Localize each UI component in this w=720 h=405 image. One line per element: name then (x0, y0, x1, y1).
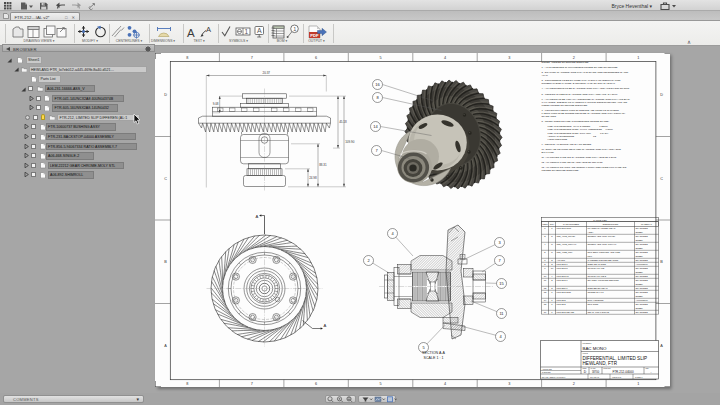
svg-text:7: 7 (250, 56, 252, 60)
svg-text:SCREW, ISO 4762, M10X40: SCREW, ISO 4762, M10X40 (587, 243, 616, 246)
svg-text:STAINLESS: STAINLESS (635, 311, 648, 313)
svg-text:MODEL UNLESS OTHERWISE SPECIFI: MODEL UNLESS OTHERWISE SPECIFIED. (541, 103, 588, 105)
svg-text:9. REMOVE ALL BURRS AND SHARP: 9. REMOVE ALL BURRS AND SHARP EDGES. (541, 142, 592, 144)
svg-text:7: 7 (544, 259, 546, 261)
svg-text:A: A (187, 26, 195, 38)
svg-text:6: 6 (315, 381, 317, 385)
svg-text:LINEAR DIMENSIONS OVER 60.960: LINEAR DIMENSIONS OVER 60.960 UNDERSIZE … (547, 128, 612, 130)
svg-text:HEWLAND, FTR: HEWLAND, FTR (582, 361, 617, 366)
svg-text:1: 1 (551, 303, 553, 305)
svg-text:A: A (660, 343, 663, 347)
svg-text:8: 8 (551, 243, 553, 245)
svg-text:STEEL: STEEL (635, 231, 643, 233)
svg-text:10. SURFACE TEXTURE INDICATED: 10. SURFACE TEXTURE INDICATED IN ACCORDA… (541, 147, 621, 149)
svg-text:A: A (206, 24, 211, 33)
svg-text:58700: 58700 (591, 369, 599, 373)
svg-text:LINEAR DIMENSIONS OVER 5090.4: LINEAR DIMENSIONS OVER 5090.4800 1 RADII (547, 131, 608, 133)
svg-text:3: 3 (508, 381, 510, 385)
svg-text:15: 15 (499, 280, 504, 285)
svg-text:SCALE 1:2: SCALE 1:2 (590, 375, 599, 377)
svg-text:16: 16 (375, 81, 380, 86)
svg-text:FTR-212-10: FTR-212-10 (556, 275, 569, 277)
svg-text:CROSS SHAFT: CROSS SHAFT (587, 291, 604, 293)
svg-text:7. FOLLOWING LUBRICATION OF E: 7. FOLLOWING LUBRICATION OF ENSURE AND P… (541, 108, 619, 110)
svg-text:STEEL: STEEL (635, 247, 643, 249)
svg-text:9.08: 9.08 (212, 102, 218, 106)
svg-text:LINEAR DIMENSIONS: 60.96 & UN: LINEAR DIMENSIONS: 60.96 & UNDER 0.25mm (547, 125, 607, 127)
svg-text:ALUMINUM: ALUMINUM (635, 299, 647, 301)
svg-text:PART NUMBER: PART NUMBER (562, 223, 579, 225)
svg-text:4: 4 (544, 243, 546, 245)
svg-text:4: 4 (443, 381, 445, 385)
svg-text:NOTES: UNLESS OTHERWISE SPECI: NOTES: UNLESS OTHERWISE SPECIFIED. (541, 60, 589, 62)
svg-text:8. TOLERANCES ON LINEAR DIMEN: 8. TOLERANCES ON LINEAR DIMENSIONS UNLES… (541, 120, 609, 122)
svg-text:1: 1 (637, 56, 639, 60)
svg-text:9: 9 (544, 267, 546, 269)
svg-text:TAPERED ROLLER BEARING: TAPERED ROLLER BEARING (587, 259, 618, 261)
svg-text:A: A (164, 343, 167, 347)
svg-text:ISO_4762_M10X40: ISO_4762_M10X40 (556, 243, 577, 246)
svg-text:STANDARDS.: STANDARDS. (541, 115, 556, 117)
svg-text:2: 2 (572, 56, 574, 60)
svg-text:1: 1 (551, 311, 553, 313)
svg-text:1: 1 (551, 299, 553, 301)
svg-text:5. WELDING SYMBOLS IN ACCORDA: 5. WELDING SYMBOLS IN ACCORDANCE WITH AN… (541, 92, 618, 94)
svg-text:UNLESS OTHERWISE SPECIFIED.: UNLESS OTHERWISE SPECIFIED. (541, 169, 579, 171)
svg-text:FTR-212: FTR-212 (556, 303, 566, 305)
svg-text:MATERIAL: MATERIAL (640, 223, 652, 225)
svg-text:SPACER, FRICTION SETTING: SPACER, FRICTION SETTING (587, 279, 619, 282)
svg-text:ASSY: ASSY (587, 231, 594, 233)
svg-text:STAINLESS: STAINLESS (635, 267, 648, 269)
svg-text:ITEM: ITEM (542, 223, 548, 225)
svg-text:C: C (164, 176, 167, 180)
svg-text:APPROVED: APPROVED (541, 367, 552, 369)
svg-text:STAINLESS: STAINLESS (635, 235, 648, 237)
svg-text:DRAWN +BERRY 10/31/2014: DRAWN +BERRY 10/31/2014 (541, 375, 565, 377)
svg-text:16: 16 (543, 311, 546, 313)
svg-text:1: 1 (293, 26, 296, 32)
svg-text:14: 14 (543, 299, 546, 301)
svg-text:13. ALL METRIC COATING AND INT: 13. ALL METRIC COATING AND INTERNAL SURF… (541, 166, 626, 168)
svg-text:GEAR, FINAL DRIVE: GEAR, FINAL DRIVE (587, 311, 609, 314)
svg-text:20.37: 20.37 (262, 71, 270, 75)
svg-text:FABRICATION TO BE STRESS RELIE: FABRICATION TO BE STRESS RELIEVED IN ACC… (541, 112, 625, 114)
svg-text:4: 4 (551, 275, 553, 277)
svg-text:7: 7 (250, 381, 252, 385)
svg-text:24.98: 24.98 (309, 175, 317, 179)
svg-text:2: 2 (572, 381, 574, 385)
svg-text:QTY: QTY (549, 223, 554, 225)
svg-text:A: A (255, 214, 258, 219)
svg-text:13: 13 (543, 291, 546, 293)
svg-text:ANGULAR DIMENSIONS: ANGULAR DIMENSIONS 1/2° (547, 134, 597, 136)
svg-text:PROJECT: PROJECT (582, 341, 592, 343)
svg-text:FTR-212-04000: FTR-212-04000 (612, 369, 634, 373)
svg-text:FTR-212-SPD: FTR-212-SPD (556, 291, 571, 293)
svg-text:SECTION A-A: SECTION A-A (422, 350, 445, 354)
svg-text:DESCRIPTION: DESCRIPTION (602, 223, 618, 225)
svg-text:8: 8 (551, 235, 553, 237)
svg-text:3. COMPONENTS TO BE STAMPED W: 3. COMPONENTS TO BE STAMPED WITH THEIR P… (541, 79, 620, 81)
svg-text:CHECKED: CHECKED (541, 371, 550, 373)
svg-text:15: 15 (543, 303, 546, 305)
svg-text:2: 2 (551, 279, 553, 281)
svg-text:STAINLESS: STAINLESS (635, 251, 648, 253)
svg-text:HOLE POSITIONS: HOLE POSITIONS (547, 137, 567, 139)
svg-text:STAINLESS: STAINLESS (635, 227, 648, 229)
svg-text:Y14.5.: Y14.5. (541, 74, 548, 76)
svg-text:A: A (323, 322, 326, 327)
svg-text:ISO_4762_M6X20: ISO_4762_M6X20 (556, 235, 575, 238)
svg-text:FTR-285-1: FTR-285-1 (556, 287, 568, 289)
svg-text:SIDE GEAR RING: SIDE GEAR RING (587, 263, 606, 265)
svg-text:1: 1 (544, 227, 546, 229)
svg-text:A: A (257, 27, 262, 34)
svg-text:45.18: 45.18 (339, 120, 347, 124)
svg-text:FTR-212-GEARD: FTR-212-GEARD (556, 311, 574, 313)
svg-text:109.90: 109.90 (345, 139, 355, 143)
svg-text:1: 1 (637, 381, 639, 385)
svg-text:B46.1-1985.: B46.1-1985. (541, 151, 554, 153)
svg-text:PLANETARY STEEL GEAR: PLANETARY STEEL GEAR (587, 227, 615, 229)
svg-text:WEIGHT(g): WEIGHT(g) (612, 375, 622, 377)
svg-text:11. ALL UNIFIED THREADS IN ACC: 11. ALL UNIFIED THREADS IN ACCORDANCE WI… (541, 156, 616, 158)
svg-text:SCREW, ISO 4762, M6X20: SCREW, ISO 4762, M6X20 (587, 235, 615, 238)
svg-text:BAC MONO: BAC MONO (582, 345, 606, 350)
